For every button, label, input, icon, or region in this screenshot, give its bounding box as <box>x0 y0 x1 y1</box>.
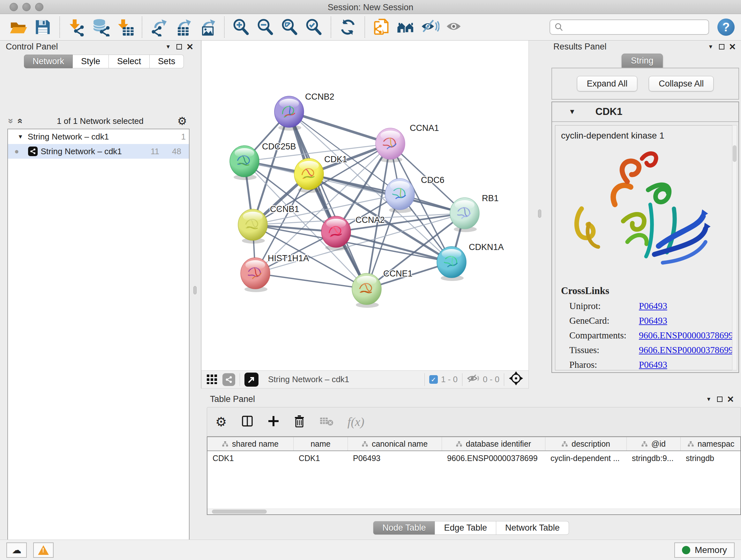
crosslink-link[interactable]: P06493 <box>639 301 667 311</box>
group-nodes-icon[interactable] <box>396 17 416 37</box>
node-label-CCNE1: CCNE1 <box>383 269 413 278</box>
string-network-graph[interactable]: CCNB2 CCNA1 CDC25B CDK1 CDC6 RB1 CCNB1 <box>201 41 529 370</box>
import-table-file-icon[interactable] <box>115 17 135 37</box>
save-session-icon[interactable] <box>32 17 53 37</box>
node-CDC25B[interactable] <box>230 145 259 180</box>
results-panel-float-icon[interactable] <box>716 42 727 52</box>
column-header-description[interactable]: description <box>545 437 627 450</box>
tab-network-table[interactable]: Network Table <box>496 521 569 535</box>
zoom-selected-icon[interactable] <box>304 17 324 37</box>
cloud-icon: ☁ <box>12 544 21 556</box>
tab-sets[interactable]: Sets <box>150 55 184 68</box>
node-CCNB1[interactable] <box>238 209 267 244</box>
table-options-gear-icon[interactable]: ⚙ <box>215 415 227 429</box>
node-HIST1H1A[interactable] <box>241 258 270 292</box>
network-row-selected[interactable]: ● String Network – cdk1 11 48 <box>8 144 189 159</box>
node-CCNA2[interactable] <box>321 216 351 251</box>
table-cell: cyclin-dependent ... <box>545 451 627 465</box>
column-header-database-identifier[interactable]: database identifier <box>442 437 545 450</box>
zoom-in-icon[interactable] <box>231 17 252 37</box>
zoom-fit-icon[interactable] <box>280 17 300 37</box>
collection-count: 1 <box>181 132 186 142</box>
show-columns-icon[interactable] <box>241 415 254 429</box>
crosslink-row: Compartments:9606.ENSP00000378699 <box>569 330 734 341</box>
column-header-name[interactable]: name <box>293 437 348 450</box>
node-CCNA1[interactable] <box>376 128 405 163</box>
network-canvas[interactable]: CCNB2 CCNA1 CDC25B CDK1 CDC6 RB1 CCNB1 <box>201 41 529 370</box>
open-session-icon[interactable] <box>8 17 29 37</box>
export-network-icon[interactable] <box>149 17 169 37</box>
tab-style[interactable]: Style <box>73 55 109 68</box>
column-header-namespac[interactable]: namespac <box>681 437 741 450</box>
birdseye-grid-icon[interactable] <box>206 374 217 386</box>
edge-CCNE1-HIST1H1A[interactable] <box>255 273 367 289</box>
create-column-plus-icon[interactable] <box>268 415 279 428</box>
delete-column-trash-icon[interactable] <box>293 415 306 429</box>
memory-label: Memory <box>695 545 727 555</box>
tab-edge-table[interactable]: Edge Table <box>435 521 496 535</box>
network-share-icon[interactable] <box>222 373 235 386</box>
collection-expander-icon[interactable]: ▼ <box>17 133 23 140</box>
crosslink-link[interactable]: P06493 <box>639 315 667 326</box>
memory-button[interactable]: Memory <box>674 543 735 558</box>
table-horizontal-scrollbar[interactable] <box>207 509 740 514</box>
node-CDKN1A[interactable] <box>437 246 466 281</box>
selected-node-edge-counts: 1 - 0 <box>441 374 458 384</box>
selected-checkbox-icon[interactable]: ✓ <box>429 375 438 384</box>
crosslink-link[interactable]: 9606.ENSP00000378699 <box>639 345 733 355</box>
hide-selected-icon[interactable] <box>420 17 441 37</box>
export-table-icon[interactable] <box>173 17 193 37</box>
results-panel-close-icon[interactable]: ✕ <box>727 42 738 52</box>
crosslink-link[interactable]: 9606.ENSP00000378699 <box>639 330 733 341</box>
zoom-out-icon[interactable] <box>255 17 276 37</box>
node-section-header[interactable]: ▼ CDK1 <box>552 102 738 122</box>
node-RB1[interactable] <box>450 198 479 232</box>
clone-network-icon[interactable] <box>372 17 392 37</box>
table-row[interactable]: CDK1CDK1P064939606.ENSP00000378699cyclin… <box>207 451 740 465</box>
automation-cloud-button[interactable]: ☁ <box>6 543 27 558</box>
node-attribute-table[interactable]: shared namenamecanonical namedatabase id… <box>207 436 741 515</box>
table-panel-close-icon[interactable]: ✕ <box>725 395 736 404</box>
node-label-CDC6: CDC6 <box>421 175 445 185</box>
edge-CCNB2-CCNA1[interactable] <box>289 112 390 144</box>
results-vertical-scrollbar[interactable] <box>732 125 737 370</box>
import-network-database-icon[interactable] <box>91 17 111 37</box>
refresh-icon[interactable] <box>338 17 358 37</box>
crosslink-link[interactable]: P06493 <box>639 360 667 370</box>
node-CCNE1[interactable] <box>352 273 381 308</box>
right-splitter-handle[interactable] <box>538 209 541 218</box>
open-in-new-window-icon[interactable] <box>245 373 259 387</box>
control-panel-menu-icon[interactable]: ▼ <box>163 42 174 52</box>
tab-string[interactable]: String <box>622 54 663 68</box>
tab-network[interactable]: Network <box>24 55 73 68</box>
control-panel-close-icon[interactable]: ✕ <box>185 42 195 52</box>
tab-node-table[interactable]: Node Table <box>373 521 435 535</box>
collapse-all-button[interactable]: Collapse All <box>649 76 714 91</box>
expand-all-networks-icon[interactable]: » <box>14 118 24 124</box>
left-splitter-handle[interactable] <box>193 286 197 294</box>
warnings-button[interactable] <box>33 543 54 558</box>
import-network-file-icon[interactable] <box>66 17 87 37</box>
column-header-shared-name[interactable]: shared name <box>207 437 293 450</box>
column-header-canonical-name[interactable]: canonical name <box>348 437 442 450</box>
fit-birdseye-crosshair-icon[interactable] <box>509 371 523 388</box>
node-CCNB2[interactable] <box>274 96 304 131</box>
window-title: Session: New Session <box>0 3 741 12</box>
control-panel: Control Panel ▼ ✕ NetworkStyleSelectSets… <box>0 41 201 540</box>
control-panel-float-icon[interactable] <box>174 42 185 52</box>
table-panel-float-icon[interactable] <box>714 395 725 404</box>
show-all-icon[interactable] <box>444 17 465 37</box>
network-collection-row[interactable]: ▼ String Network – cdk1 1 <box>8 129 189 144</box>
help-button[interactable]: ? <box>718 18 735 36</box>
results-panel-title: Results Panel <box>553 42 607 52</box>
memory-status-dot <box>682 546 690 554</box>
export-image-icon[interactable] <box>197 17 218 37</box>
column-header--id[interactable]: @id <box>627 437 681 450</box>
search-input[interactable] <box>549 19 709 35</box>
section-expander-icon[interactable]: ▼ <box>569 108 576 116</box>
expand-all-button[interactable]: Expand All <box>577 76 637 91</box>
table-panel-menu-icon[interactable]: ▼ <box>703 395 714 404</box>
network-list-options-gear-icon[interactable]: ⚙ <box>178 115 187 127</box>
results-panel-menu-icon[interactable]: ▼ <box>705 42 716 52</box>
tab-select[interactable]: Select <box>109 55 150 68</box>
